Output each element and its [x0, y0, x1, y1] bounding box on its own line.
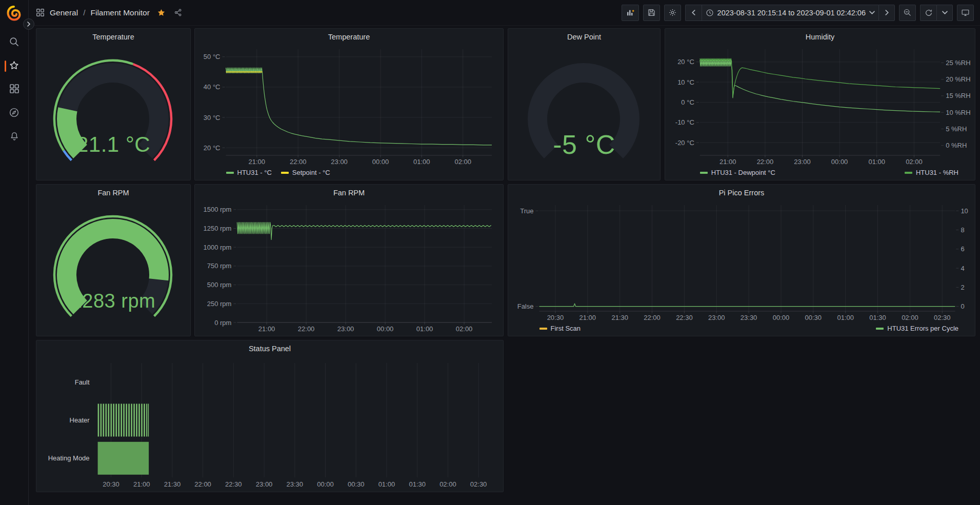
- panel-title[interactable]: Status Panel: [36, 340, 503, 356]
- panel-fan-rpm-chart: Fan RPM 21:0022:0023:0000:0001:0002:000 …: [194, 184, 504, 336]
- legend-item[interactable]: HTU31 - %RH: [905, 168, 958, 178]
- svg-text:01:00: 01:00: [413, 158, 430, 166]
- panel-dew-point-gauge: Dew Point -5 °C: [508, 28, 661, 180]
- expand-sidebar-button[interactable]: [23, 18, 34, 30]
- svg-text:25 %RH: 25 %RH: [946, 59, 970, 67]
- legend-item[interactable]: Setpoint - °C: [281, 168, 330, 178]
- time-range-picker[interactable]: 2023-08-31 20:15:14 to 2023-09-01 02:42:…: [702, 5, 878, 21]
- svg-text:23:30: 23:30: [287, 480, 304, 488]
- sidebar-item-search[interactable]: [0, 31, 28, 54]
- svg-text:5 %RH: 5 %RH: [946, 125, 967, 133]
- search-icon: [9, 36, 19, 49]
- grafana-logo[interactable]: [6, 5, 22, 22]
- fan-rpm-gauge[interactable]: [39, 200, 186, 334]
- svg-text:23:00: 23:00: [794, 158, 811, 166]
- save-dashboard-button[interactable]: [643, 5, 660, 21]
- time-range-label: 2023-08-31 20:15:14 to 2023-09-01 02:42:…: [717, 9, 866, 17]
- timeline-plot[interactable]: 20:3021:0021:3022:0022:3023:0023:3000:00…: [39, 356, 499, 490]
- add-panel-button[interactable]: [622, 5, 639, 21]
- svg-text:02:30: 02:30: [470, 480, 487, 488]
- svg-text:20:30: 20:30: [547, 314, 564, 321]
- sidebar-item-dashboards[interactable]: [0, 78, 28, 102]
- svg-text:22:00: 22:00: [757, 158, 774, 166]
- time-range-forward-button[interactable]: [878, 5, 895, 21]
- panel-temperature-chart: Temperature 21:0022:0023:0000:0001:0002:…: [194, 28, 504, 180]
- pi-pico-errors-chart[interactable]: 20:3021:0021:3022:0022:3023:0023:3000:00…: [511, 200, 971, 334]
- sidebar-item-starred[interactable]: [0, 54, 28, 78]
- chart-plot[interactable]: 21:0022:0023:0000:0001:0002:00-20 °C-10 …: [668, 44, 971, 166]
- gauge-plot: [39, 200, 186, 334]
- svg-text:250 rpm: 250 rpm: [207, 300, 232, 308]
- svg-text:01:30: 01:30: [409, 480, 426, 488]
- svg-text:50 °C: 50 °C: [204, 53, 221, 60]
- panel-title[interactable]: Dew Point: [508, 29, 660, 44]
- chart-legend: HTU31 - Dewpoint °CHTU31 - %RH: [668, 167, 968, 178]
- chart-plot[interactable]: 20:3021:0021:3022:0022:3023:0023:3000:00…: [511, 200, 971, 321]
- chart-plot[interactable]: 21:0022:0023:0000:0001:0002:000 rpm250 r…: [198, 200, 499, 333]
- svg-text:True: True: [520, 207, 533, 215]
- panel-temperature-gauge: Temperature 21.1 °C: [36, 28, 191, 180]
- svg-text:00:00: 00:00: [773, 314, 790, 321]
- legend-item[interactable]: HTU31 - °C: [226, 168, 272, 178]
- time-picker-group: 2023-08-31 20:15:14 to 2023-09-01 02:42:…: [685, 5, 895, 21]
- dashboards-grid-icon: [9, 84, 19, 96]
- svg-text:00:00: 00:00: [372, 158, 389, 166]
- svg-text:22:00: 22:00: [298, 325, 315, 333]
- tv-mode-button[interactable]: [957, 5, 974, 21]
- top-nav: General / Filament Monitor 20: [29, 0, 980, 26]
- panel-title[interactable]: Fan RPM: [36, 185, 190, 200]
- panel-title[interactable]: Humidity: [665, 29, 975, 44]
- svg-text:22:00: 22:00: [644, 314, 661, 321]
- apps-grid-icon[interactable]: [36, 8, 45, 17]
- svg-text:22:30: 22:30: [225, 480, 242, 488]
- svg-text:00:00: 00:00: [831, 158, 848, 166]
- temperature-chart[interactable]: 21:0022:0023:0000:0001:0002:0020 °C30 °C…: [198, 44, 499, 178]
- svg-text:23:00: 23:00: [331, 158, 348, 166]
- refresh-button[interactable]: [920, 5, 936, 21]
- svg-text:00:00: 00:00: [317, 480, 334, 488]
- svg-text:20:30: 20:30: [103, 480, 119, 488]
- time-range-back-button[interactable]: [685, 5, 702, 21]
- panel-title[interactable]: Pi Pico Errors: [508, 185, 975, 200]
- svg-text:23:00: 23:00: [337, 325, 354, 333]
- legend-item[interactable]: First Scan: [539, 324, 581, 334]
- humidity-chart[interactable]: 21:0022:0023:0000:0001:0002:00-20 °C-10 …: [668, 44, 971, 178]
- dashboard-settings-button[interactable]: [664, 5, 681, 21]
- svg-text:21:00: 21:00: [249, 158, 266, 166]
- sidebar-item-alerting[interactable]: [0, 125, 28, 149]
- svg-text:21:00: 21:00: [133, 480, 150, 488]
- chart-legend: HTU31 - °CSetpoint - °C: [198, 167, 496, 178]
- sidebar-item-explore[interactable]: [0, 102, 28, 125]
- svg-text:22:00: 22:00: [290, 158, 307, 166]
- svg-text:-10 °C: -10 °C: [675, 118, 694, 126]
- refresh-interval-button[interactable]: [936, 5, 953, 21]
- status-timeline[interactable]: 20:3021:0021:3022:0022:3023:0023:3000:00…: [39, 356, 499, 490]
- svg-text:22:30: 22:30: [676, 314, 693, 321]
- panel-title[interactable]: Fan RPM: [195, 185, 503, 200]
- svg-text:0 rpm: 0 rpm: [214, 319, 231, 327]
- breadcrumb-section[interactable]: General: [50, 8, 78, 17]
- legend-item[interactable]: HTU31 Errors per Cycle: [876, 324, 958, 334]
- svg-text:750 rpm: 750 rpm: [207, 262, 232, 270]
- svg-text:02:00: 02:00: [456, 325, 473, 333]
- svg-text:21:00: 21:00: [258, 325, 275, 333]
- svg-text:0: 0: [961, 302, 964, 310]
- chart-plot[interactable]: 21:0022:0023:0000:0001:0002:0020 °C30 °C…: [198, 44, 499, 166]
- legend-item[interactable]: HTU31 - Dewpoint °C: [700, 168, 775, 178]
- svg-text:Heater: Heater: [70, 416, 90, 424]
- svg-text:02:00: 02:00: [906, 158, 923, 166]
- fan-rpm-chart[interactable]: 21:0022:0023:0000:0001:0002:000 rpm250 r…: [198, 200, 499, 334]
- breadcrumb-title[interactable]: Filament Monitor: [90, 8, 149, 17]
- panel-title[interactable]: Temperature: [195, 29, 503, 44]
- panel-title[interactable]: Temperature: [36, 29, 190, 44]
- clock-icon: [706, 9, 714, 17]
- share-icon[interactable]: [174, 8, 183, 17]
- zoom-out-button[interactable]: [899, 5, 916, 21]
- svg-text:23:00: 23:00: [708, 314, 725, 321]
- temperature-gauge[interactable]: [39, 44, 186, 178]
- svg-text:15 %RH: 15 %RH: [946, 92, 970, 99]
- favorite-star-icon[interactable]: [157, 8, 166, 17]
- svg-text:23:00: 23:00: [256, 480, 273, 488]
- svg-text:21:30: 21:30: [164, 480, 181, 488]
- svg-text:01:00: 01:00: [378, 480, 395, 488]
